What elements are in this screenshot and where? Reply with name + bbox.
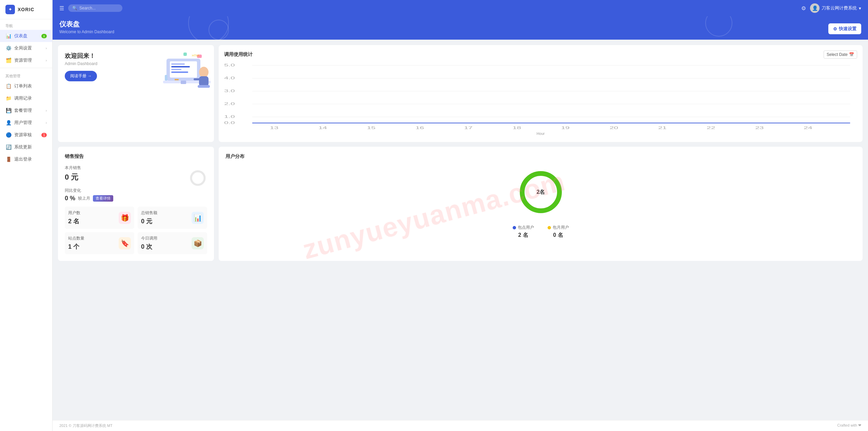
audit-badge: 1 xyxy=(41,133,47,137)
date-select-wrapper[interactable]: Select Date 📅 xyxy=(824,50,857,59)
month-sales-label: 本月销售 xyxy=(65,165,207,171)
stat-left: 用户数 2 名 xyxy=(68,210,80,225)
yoy-block: 同比变化 0 % 较上月 查看详情 xyxy=(65,188,207,202)
other-section-label: 其他管理 xyxy=(0,69,52,80)
stat-label: 用户数 xyxy=(68,210,80,216)
stat-label: 总销售额 xyxy=(141,210,157,216)
stats-grid: 用户数 2 名 🎁 总销售额 0 元 📊 xyxy=(65,207,207,254)
welcome-illustration: HTML xyxy=(160,48,207,89)
sidebar-item-resource-audit[interactable]: 🔵 资源审核 1 xyxy=(0,129,52,141)
page-title: 仪表盘 xyxy=(59,20,114,29)
sidebar-item-user-management[interactable]: 👤 用户管理 › xyxy=(0,117,52,129)
resource-icon: 🗂️ xyxy=(5,57,12,63)
stat-item-total-sales: 总销售额 0 元 📊 xyxy=(138,207,207,229)
stat-left: 站点数量 1 个 xyxy=(68,235,84,251)
sidebar-item-api-records[interactable]: 📁 调用记录 xyxy=(0,92,52,104)
chart-card: 调用使用统计 Select Date 📅 xyxy=(219,45,863,142)
stat-left: 总销售额 0 元 xyxy=(141,210,157,225)
donut-legend: 包点用户 2 名 包月用户 0 名 xyxy=(513,225,569,239)
chart-header: 调用使用统计 Select Date 📅 xyxy=(224,50,857,59)
svg-text:18: 18 xyxy=(513,126,521,130)
stat-item-today-calls: 今日调用 0 次 📦 xyxy=(138,232,207,254)
yoy-comparison: 较上月 xyxy=(78,196,90,201)
top-header: ☰ 🔍 ⚙ 👤 刀客云网计费系统 ▾ xyxy=(53,0,868,16)
stat-item-user-count: 用户数 2 名 🎁 xyxy=(65,207,134,229)
page-header: 仪表盘 Welcome to Admin Dashboard ⚙ 快速设置 xyxy=(53,16,868,40)
package-point-dot xyxy=(513,226,516,229)
stat-label: 站点数量 xyxy=(68,235,84,241)
svg-rect-13 xyxy=(175,79,179,80)
header-user[interactable]: 👤 刀客云网计费系统 ▾ xyxy=(810,3,861,13)
svg-rect-11 xyxy=(198,85,210,88)
svg-text:22: 22 xyxy=(707,126,715,130)
read-manual-button[interactable]: 阅读手册 → xyxy=(65,71,97,81)
sidebar-item-label: 用户管理 xyxy=(14,120,43,126)
page-subtitle: Welcome to Admin Dashboard xyxy=(59,29,114,34)
menu-toggle-icon[interactable]: ☰ xyxy=(59,5,64,12)
header-right: ⚙ 👤 刀客云网计费系统 ▾ xyxy=(801,3,861,13)
user-dist-title: 用户分布 xyxy=(225,153,856,160)
svg-text:HTML: HTML xyxy=(192,54,200,57)
sidebar-item-resource-management[interactable]: 🗂️ 资源管理 › xyxy=(0,54,52,66)
user-mgmt-icon: 👤 xyxy=(5,120,12,126)
sidebar-item-global-settings[interactable]: ⚙️ 全局设置 › xyxy=(0,42,52,54)
svg-text:16: 16 xyxy=(415,126,424,130)
packages-icon: 💾 xyxy=(5,107,12,114)
quick-setup-button[interactable]: ⚙ 快速设置 xyxy=(828,23,861,34)
legend-item-package-point: 包点用户 2 名 xyxy=(513,225,534,239)
sidebar-item-label: 订单列表 xyxy=(14,83,47,89)
stat-value: 2 名 xyxy=(68,217,80,225)
month-sales-block: 本月销售 0 元 xyxy=(65,165,207,182)
sidebar-item-label: 系统更新 xyxy=(14,144,47,150)
welcome-card: 欢迎回来！ Admin Dashboard 阅读手册 → xyxy=(58,45,214,142)
svg-rect-3 xyxy=(171,63,185,65)
sidebar-item-orders[interactable]: 📋 订单列表 xyxy=(0,80,52,92)
donut-center-text: 2名 xyxy=(536,189,545,195)
yoy-value: 0 % xyxy=(65,195,75,202)
page-title-block: 仪表盘 Welcome to Admin Dashboard xyxy=(59,20,114,34)
legend-label-package-point: 包点用户 xyxy=(518,225,534,230)
package-monthly-dot xyxy=(548,226,551,229)
header-settings-icon[interactable]: ⚙ xyxy=(801,5,806,12)
logout-icon: 🚪 xyxy=(5,156,12,162)
orders-icon: 📋 xyxy=(5,83,12,89)
site-count-icon: 🔖 xyxy=(119,237,131,249)
chart-x-axis-label: Hour xyxy=(224,131,857,136)
svg-text:0.0: 0.0 xyxy=(224,121,235,125)
settings-gear-icon: ⚙ xyxy=(833,26,837,32)
svg-text:23: 23 xyxy=(755,126,764,130)
sidebar: ✦ XORIC 导航 📊 仪表盘 x ⚙️ 全局设置 › 🗂️ 资源管理 › 其… xyxy=(0,0,53,431)
sidebar-item-system-update[interactable]: 🔄 系统更新 xyxy=(0,141,52,153)
chevron-icon: › xyxy=(46,46,47,50)
sidebar-item-dashboard[interactable]: 📊 仪表盘 x xyxy=(0,30,52,42)
svg-text:14: 14 xyxy=(318,126,327,130)
sidebar-item-packages[interactable]: 💾 套餐管理 › xyxy=(0,104,52,117)
month-donut xyxy=(189,169,207,187)
sidebar-item-label: 调用记录 xyxy=(14,95,47,101)
content-area: 欢迎回来！ Admin Dashboard 阅读手册 → xyxy=(53,40,868,420)
stat-value: 0 次 xyxy=(141,243,157,251)
chart-area: 5.0 4.0 3.0 2.0 1.0 0.0 13 14 15 16 17 1… xyxy=(224,62,857,137)
search-input[interactable] xyxy=(79,6,117,11)
svg-text:1.0: 1.0 xyxy=(224,115,235,119)
view-detail-button[interactable]: 查看详情 xyxy=(93,195,113,202)
api-records-icon: 📁 xyxy=(5,95,12,101)
sidebar-divider xyxy=(0,68,52,68)
svg-point-41 xyxy=(191,171,205,185)
sidebar-logo: ✦ XORIC xyxy=(0,0,52,19)
footer: 2021 © 刀客源码网计费系统 MT Crafted with ❤ xyxy=(53,420,868,431)
main: ☰ 🔍 ⚙ 👤 刀客云网计费系统 ▾ 仪表盘 Welcome to Admin … xyxy=(53,0,868,431)
svg-text:20: 20 xyxy=(610,126,618,130)
chevron-icon: › xyxy=(46,109,47,112)
header-search[interactable]: 🔍 xyxy=(68,4,122,12)
stat-value: 0 元 xyxy=(141,217,157,225)
donut-svg: 2名 xyxy=(514,165,568,219)
svg-text:19: 19 xyxy=(561,126,570,130)
legend-item-package-monthly: 包月用户 0 名 xyxy=(548,225,569,239)
sidebar-item-label: 仪表盘 xyxy=(14,33,39,39)
sidebar-item-logout[interactable]: 🚪 退出登录 xyxy=(0,153,52,165)
svg-rect-9 xyxy=(199,76,209,86)
stat-item-site-count: 站点数量 1 个 🔖 xyxy=(65,232,134,254)
settings-icon: ⚙️ xyxy=(5,45,12,51)
month-sales-value: 0 元 xyxy=(65,172,207,182)
